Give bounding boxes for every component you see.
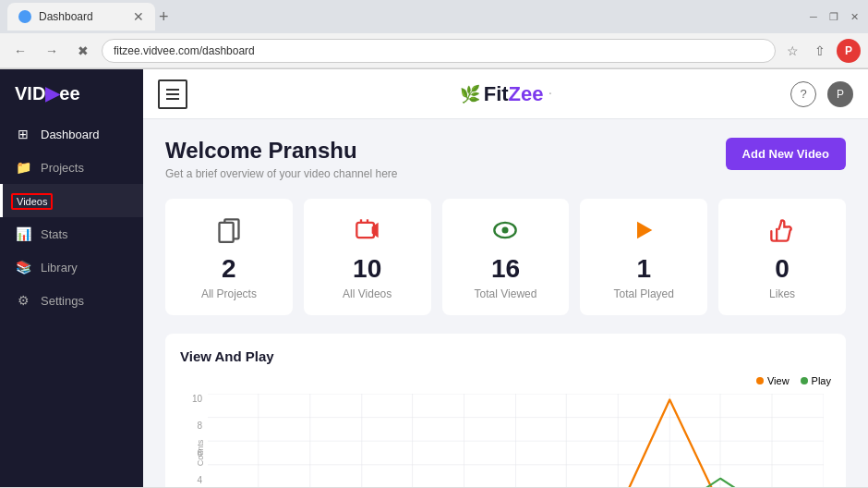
chart-title: View And Play <box>180 348 831 364</box>
svg-rect-1 <box>219 223 233 242</box>
videos-stat-label: All Videos <box>343 287 392 300</box>
views-stat-number: 16 <box>491 254 520 284</box>
tab-close-btn[interactable]: ✕ <box>133 9 144 24</box>
projects-stat-label: All Projects <box>201 287 257 300</box>
sidebar-item-videos[interactable]: Videos <box>0 184 143 217</box>
help-btn[interactable]: ? <box>790 81 816 107</box>
brand-logo: 🌿 FitZee · <box>460 82 552 106</box>
hamburger-btn[interactable] <box>158 79 187 109</box>
legend-view: View <box>756 375 790 386</box>
topbar-avatar[interactable]: P <box>827 81 853 107</box>
page-title: Welcome Pranshu <box>165 138 397 164</box>
minimize-btn[interactable]: ─ <box>807 10 820 23</box>
likes-stat-number: 0 <box>775 254 790 284</box>
played-stat-label: Total Played <box>614 287 674 300</box>
sidebar-item-projects[interactable]: 📁 Projects <box>0 151 143 184</box>
stat-card-projects: 2 All Projects <box>165 199 293 315</box>
sidebar-label-settings: Settings <box>41 294 84 308</box>
back-btn[interactable]: ← <box>7 38 33 64</box>
tab-bar: Dashboard ✕ + ─ ❐ ✕ <box>0 0 868 33</box>
projects-icon: 📁 <box>15 160 31 175</box>
address-right-icons: ☆ ⇧ P <box>781 39 861 63</box>
legend-play-label: Play <box>812 375 831 386</box>
add-video-button[interactable]: Add New Video <box>726 138 846 170</box>
legend-view-dot <box>756 377 764 384</box>
forward-btn[interactable]: → <box>39 38 65 64</box>
legend-play: Play <box>801 375 831 386</box>
svg-marker-8 <box>637 222 652 239</box>
brand-name: FitZee <box>484 82 544 106</box>
stats-icon: 📊 <box>15 226 31 241</box>
sidebar-item-stats[interactable]: 📊 Stats <box>0 217 143 250</box>
svg-rect-2 <box>356 223 374 238</box>
window-controls: ─ ❐ ✕ <box>807 10 861 23</box>
brand-dot: · <box>549 89 552 99</box>
stat-card-views: 16 Total Viewed <box>442 199 570 315</box>
chart-section: View And Play View Play <box>165 334 846 487</box>
svg-point-7 <box>502 227 509 234</box>
stat-card-likes: 0 Likes <box>718 199 846 315</box>
chart-legend: View Play <box>756 375 831 386</box>
app-layout: VID▶ee ⊞ Dashboard 📁 Projects Videos 📊 S… <box>0 69 868 487</box>
page-header-text: Welcome Pranshu Get a brief overview of … <box>165 138 397 180</box>
chart-svg <box>208 394 824 487</box>
hamburger-icon <box>166 89 179 100</box>
reload-btn[interactable]: ✖ <box>70 38 96 64</box>
stat-card-videos: 10 All Videos <box>304 199 431 315</box>
chart-container: View Play 10 8 6 4 2 <box>180 375 831 487</box>
chart-y-label: Counts <box>196 440 205 467</box>
sidebar-item-settings[interactable]: ⚙ Settings <box>0 284 143 317</box>
videos-box: Videos <box>11 193 53 210</box>
main-content: Welcome Pranshu Get a brief overview of … <box>143 119 868 487</box>
views-stat-label: Total Viewed <box>475 287 537 300</box>
page-header: Welcome Pranshu Get a brief overview of … <box>165 138 846 180</box>
new-tab-btn[interactable]: + <box>159 7 169 27</box>
legend-view-label: View <box>767 375 790 386</box>
videos-stat-number: 10 <box>353 254 381 284</box>
sidebar: VID▶ee ⊞ Dashboard 📁 Projects Videos 📊 S… <box>0 69 143 487</box>
close-btn[interactable]: ✕ <box>848 10 861 23</box>
projects-stat-number: 2 <box>222 254 236 284</box>
sidebar-label-library: Library <box>41 261 78 274</box>
stats-row: 2 All Projects 10 All Videos <box>165 199 846 315</box>
topbar-right: ? P <box>790 81 853 107</box>
sidebar-item-library[interactable]: 📚 Library <box>0 250 143 284</box>
profile-avatar[interactable]: P <box>837 39 861 63</box>
logo-text: VID▶ee <box>15 82 80 104</box>
stat-card-played: 1 Total Played <box>580 199 707 315</box>
dashboard-icon: ⊞ <box>15 127 31 141</box>
address-bar: ← → ✖ fitzee.vidvee.com/dashboard ☆ ⇧ P <box>0 33 868 68</box>
played-stat-icon <box>627 214 660 247</box>
settings-icon: ⚙ <box>15 293 31 308</box>
sidebar-logo: VID▶ee <box>0 69 143 117</box>
likes-stat-icon <box>766 214 799 247</box>
url-input[interactable]: fitzee.vidvee.com/dashboard <box>102 39 776 63</box>
sidebar-label-dashboard: Dashboard <box>41 128 100 141</box>
sidebar-label-stats: Stats <box>41 227 68 241</box>
topbar: 🌿 FitZee · ? P <box>143 69 868 119</box>
active-tab[interactable]: Dashboard ✕ <box>7 3 155 30</box>
projects-stat-icon <box>212 214 246 247</box>
bookmark-icon[interactable]: ☆ <box>781 40 803 62</box>
tab-title: Dashboard <box>39 10 126 23</box>
tab-favicon <box>18 10 31 23</box>
share-icon[interactable]: ⇧ <box>809 40 831 62</box>
sidebar-label-projects: Projects <box>41 161 84 175</box>
videos-stat-icon <box>351 214 384 247</box>
sidebar-item-dashboard[interactable]: ⊞ Dashboard <box>0 117 143 151</box>
legend-play-dot <box>801 377 808 384</box>
browser-chrome: Dashboard ✕ + ─ ❐ ✕ ← → ✖ fitzee.vidvee.… <box>0 0 868 69</box>
brand-leaf-icon: 🌿 <box>460 84 480 104</box>
videos-icon: Videos <box>15 193 31 208</box>
library-icon: 📚 <box>15 260 31 274</box>
views-stat-icon <box>488 214 522 247</box>
likes-stat-label: Likes <box>769 287 795 300</box>
restore-btn[interactable]: ❐ <box>827 10 840 23</box>
played-stat-number: 1 <box>637 254 652 284</box>
page-subtitle: Get a brief overview of your video chann… <box>165 167 397 180</box>
svg-marker-3 <box>371 223 378 238</box>
url-text: fitzee.vidvee.com/dashboard <box>114 44 255 57</box>
